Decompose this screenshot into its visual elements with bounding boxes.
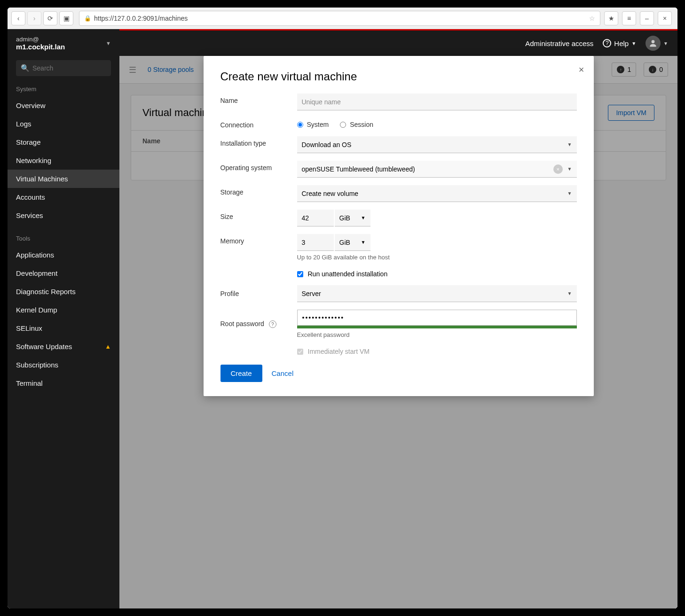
create-vm-modal: Create new virtual machine × Name Connec…	[204, 56, 594, 396]
storage-select[interactable]: Create new volume ▼	[297, 185, 577, 202]
minimize-button[interactable]: –	[640, 11, 654, 25]
sidebar-item-applications[interactable]: Applications	[8, 246, 119, 264]
sidebar-item-diagnostic-reports[interactable]: Diagnostic Reports	[8, 282, 119, 301]
chevron-down-icon: ▼	[106, 40, 111, 46]
menu-button[interactable]: ≡	[622, 11, 636, 25]
size-input[interactable]	[297, 210, 334, 226]
main-pane: Administrative access ? Help ▼ ▼ ☰ 0 Sto…	[119, 29, 677, 608]
sidebar-item-networking[interactable]: Networking	[8, 151, 119, 170]
caret-down-icon: ▼	[567, 166, 572, 172]
warning-icon: ▲	[105, 343, 111, 350]
sidebar-item-selinux[interactable]: SELinux	[8, 319, 119, 337]
connection-system-radio[interactable]: System	[297, 121, 329, 128]
password-strength-text: Excellent password	[297, 331, 577, 338]
memory-input[interactable]	[297, 234, 334, 251]
chevron-down-icon: ▼	[663, 41, 668, 46]
caret-down-icon: ▼	[567, 191, 572, 196]
operating-system-select[interactable]: openSUSE Tumbleweed (tumbleweed) × ▼	[297, 161, 577, 178]
user-name: admin@	[16, 36, 65, 43]
extensions-button[interactable]: ★	[604, 11, 618, 25]
start-vm-checkbox[interactable]: Immediately start VM	[297, 346, 577, 355]
memory-unit-select[interactable]: GiB ▼	[335, 234, 370, 251]
connection-session-radio[interactable]: Session	[340, 121, 373, 128]
unattended-checkbox[interactable]: Run unattended installation	[297, 268, 577, 278]
connection-label: Connection	[220, 118, 297, 129]
help-icon: ?	[603, 39, 611, 47]
caret-down-icon: ▼	[567, 142, 572, 147]
sidebar: admin@ m1.cockpit.lan ▼ 🔍 System Overvie…	[8, 29, 119, 608]
home-button[interactable]: ▣	[59, 11, 73, 25]
forward-button[interactable]: ›	[27, 11, 41, 25]
storage-label: Storage	[220, 185, 297, 196]
browser-titlebar: ‹ › ⟳ ▣ 🔒 https://127.0.0.2:9091/machine…	[8, 8, 677, 29]
memory-label: Memory	[220, 234, 297, 245]
name-label: Name	[220, 94, 297, 104]
operating-system-label: Operating system	[220, 161, 297, 172]
sidebar-item-accounts[interactable]: Accounts	[8, 188, 119, 206]
sidebar-item-kernel-dump[interactable]: Kernel Dump	[8, 301, 119, 319]
search-icon: 🔍	[21, 64, 30, 72]
reload-button[interactable]: ⟳	[43, 11, 57, 25]
sidebar-item-virtual-machines[interactable]: Virtual Machines	[8, 170, 119, 188]
root-password-input[interactable]	[297, 310, 577, 326]
sidebar-item-development[interactable]: Development	[8, 264, 119, 282]
caret-down-icon: ▼	[567, 291, 572, 296]
clear-icon[interactable]: ×	[553, 164, 563, 174]
url-bar[interactable]: 🔒 https://127.0.0.2:9091/machines ☆	[79, 11, 600, 26]
profile-label: Profile	[220, 290, 297, 297]
memory-hint: Up to 20 GiB available on the host	[297, 254, 577, 261]
help-icon[interactable]: ?	[269, 320, 276, 328]
cancel-button[interactable]: Cancel	[272, 369, 294, 377]
search-input[interactable]	[32, 64, 115, 72]
sidebar-section-system: System	[8, 82, 119, 96]
svg-point-0	[652, 40, 655, 43]
lock-icon: 🔒	[84, 15, 91, 22]
close-button[interactable]: ×	[579, 64, 584, 75]
caret-down-icon: ▼	[361, 215, 366, 220]
name-input[interactable]	[297, 94, 577, 110]
topbar: Administrative access ? Help ▼ ▼	[119, 31, 677, 56]
sidebar-item-terminal[interactable]: Terminal	[8, 374, 119, 392]
admin-access-label[interactable]: Administrative access	[525, 39, 593, 47]
size-unit-select[interactable]: GiB ▼	[335, 210, 370, 226]
sidebar-section-tools: Tools	[8, 231, 119, 246]
close-window-button[interactable]: ×	[658, 11, 672, 25]
url-text: https://127.0.0.2:9091/machines	[94, 15, 188, 22]
user-avatar-menu[interactable]: ▼	[646, 36, 668, 51]
sidebar-item-storage[interactable]: Storage	[8, 133, 119, 151]
installation-type-label: Installation type	[220, 136, 297, 147]
chevron-down-icon: ▼	[631, 41, 636, 46]
back-button[interactable]: ‹	[11, 11, 25, 25]
sidebar-item-services[interactable]: Services	[8, 206, 119, 225]
modal-title: Create new virtual machine	[220, 70, 577, 83]
sidebar-item-software-updates[interactable]: Software Updates▲	[8, 337, 119, 356]
host-name: m1.cockpit.lan	[16, 43, 65, 51]
sidebar-item-logs[interactable]: Logs	[8, 115, 119, 133]
size-label: Size	[220, 210, 297, 220]
user-menu[interactable]: admin@ m1.cockpit.lan ▼	[8, 29, 119, 57]
password-strength-bar	[297, 326, 577, 328]
avatar-icon	[646, 36, 661, 51]
help-menu[interactable]: ? Help ▼	[603, 39, 636, 47]
sidebar-item-overview[interactable]: Overview	[8, 96, 119, 115]
create-button[interactable]: Create	[220, 365, 262, 382]
sidebar-item-subscriptions[interactable]: Subscriptions	[8, 356, 119, 374]
root-password-label: Root password ?	[220, 320, 297, 328]
profile-select[interactable]: Server ▼	[297, 285, 577, 302]
bookmark-icon[interactable]: ☆	[589, 15, 595, 22]
installation-type-select[interactable]: Download an OS ▼	[297, 136, 577, 153]
caret-down-icon: ▼	[361, 240, 366, 245]
sidebar-search[interactable]: 🔍	[16, 60, 111, 76]
